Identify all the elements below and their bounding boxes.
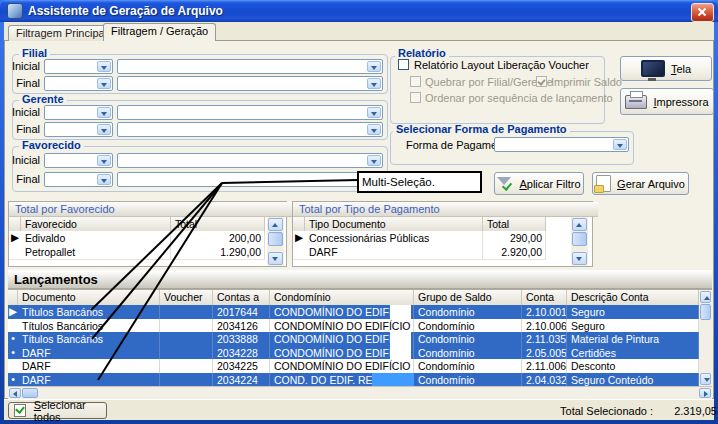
- checkbox-imprimir-saldo: [536, 76, 547, 87]
- screen-icon: [641, 60, 665, 77]
- tela-button[interactable]: Tela: [620, 56, 712, 81]
- favorecido-final-code-combobox[interactable]: [44, 172, 113, 187]
- group-relatorio-title: Relatório: [395, 48, 449, 59]
- chevron-down-icon[interactable]: [97, 124, 111, 135]
- scroll-thumb[interactable]: [268, 232, 283, 246]
- chevron-down-icon[interactable]: [367, 61, 381, 72]
- total-tipo-title: Total por Tipo de Pagamento: [293, 202, 598, 217]
- chevron-down-icon[interactable]: [367, 78, 381, 89]
- impressora-button[interactable]: Impressora: [620, 88, 714, 115]
- scroll-down-icon[interactable]: [572, 252, 587, 265]
- grid-row[interactable]: Títulos Bancários 2034126 CONDOMÍNIO DO …: [8, 319, 699, 333]
- multi-selecao-annotation: Multi-Seleção.: [357, 171, 482, 193]
- favorecido-scrollbar[interactable]: [267, 217, 284, 266]
- total-favorecido-header: Favorecido Total: [9, 217, 265, 232]
- checkbox-ordenar: [410, 92, 421, 103]
- table-row[interactable]: Petropallet 1.290,00: [9, 245, 265, 260]
- lancamentos-title: Lançamentos: [8, 270, 712, 289]
- group-forma-pagamento-title: Selecionar Forma de Pagamento: [393, 124, 570, 135]
- col-descricao-conta[interactable]: Descrição Conta: [567, 290, 699, 305]
- scroll-thumb[interactable]: [572, 232, 587, 246]
- scroll-right-icon[interactable]: [699, 388, 711, 398]
- selected-row-icon: •: [8, 346, 18, 360]
- chevron-down-icon[interactable]: [367, 155, 381, 166]
- window-title: Assistente de Geração de Arquivo: [28, 4, 223, 18]
- chevron-down-icon[interactable]: [97, 155, 111, 166]
- title-bar[interactable]: Assistente de Geração de Arquivo: [0, 0, 718, 22]
- grid-header: Documento Voucher Contas a Pagar Condomí…: [8, 290, 699, 306]
- chevron-down-icon[interactable]: [613, 139, 627, 150]
- table-row[interactable]: ▶ Edivaldo 200,00: [9, 231, 265, 246]
- forma-pagamento-combobox[interactable]: [494, 137, 629, 152]
- checkbox-relatorio-voucher[interactable]: [398, 59, 409, 70]
- checkbox-quebrar: [410, 76, 421, 87]
- col-documento[interactable]: Documento: [18, 290, 160, 305]
- filial-inicial-code-combobox[interactable]: [44, 59, 113, 74]
- gerente-inicial-name-combobox[interactable]: [117, 105, 383, 120]
- gerente-inicial-label: Inicial: [8, 105, 40, 119]
- scroll-up-icon[interactable]: [268, 218, 283, 231]
- current-row-icon: ▶: [9, 231, 21, 245]
- grid-row[interactable]: DARF 2034225 CONDOMÍNIO DO EDIFÍCIO Cond…: [8, 359, 699, 373]
- redaction-patch: [390, 332, 411, 346]
- scroll-left-icon[interactable]: [9, 388, 21, 398]
- grid-row[interactable]: • Títulos Bancários 2033888 CONDOMÍNIO D…: [8, 332, 699, 346]
- printer-icon: [625, 95, 647, 109]
- grid-row[interactable]: • DARF 2034224 COND. DO EDIF. RES Condom…: [8, 373, 699, 387]
- gerente-inicial-code-combobox[interactable]: [44, 105, 113, 120]
- chevron-down-icon[interactable]: [367, 124, 381, 135]
- current-row-icon: ▶: [8, 305, 18, 319]
- favorecido-inicial-code-combobox[interactable]: [44, 153, 113, 168]
- chevron-down-icon[interactable]: [97, 174, 111, 185]
- col-contas-a-pagar[interactable]: Contas a Pagar: [213, 290, 270, 305]
- redaction-patch: [390, 305, 411, 319]
- scroll-down-icon[interactable]: [268, 252, 283, 265]
- selecionar-todos-button[interactable]: Selecionar todos: [8, 402, 107, 419]
- chevron-down-icon[interactable]: [97, 78, 111, 89]
- favorecido-final-name-combobox[interactable]: [117, 172, 383, 187]
- gerar-arquivo-button[interactable]: Gerar Arquivo: [592, 172, 689, 195]
- chevron-down-icon[interactable]: [97, 61, 111, 72]
- document-icon: [596, 175, 611, 192]
- filial-final-code-combobox[interactable]: [44, 76, 113, 91]
- redaction-patch: [390, 346, 411, 360]
- col-total[interactable]: Total: [483, 217, 546, 231]
- aplicar-filtro-button[interactable]: Aplicar Filtro: [494, 172, 584, 195]
- grid-row[interactable]: • DARF 2034228 CONDOMÍNIO DO EDIFÍCIO Co…: [8, 346, 699, 360]
- col-favorecido[interactable]: Favorecido: [21, 217, 171, 231]
- favorecido-inicial-name-combobox[interactable]: [117, 153, 383, 168]
- scroll-thumb[interactable]: [700, 304, 711, 320]
- close-button[interactable]: [691, 3, 714, 22]
- table-row[interactable]: DARF 2.920,00: [293, 245, 546, 260]
- col-conta[interactable]: Conta: [522, 290, 567, 305]
- filial-inicial-label: Inicial: [8, 59, 40, 73]
- scroll-thumb[interactable]: [22, 388, 38, 398]
- scroll-up-icon[interactable]: [572, 218, 587, 231]
- tab-filtragem-geracao[interactable]: Filtragem / Geração: [103, 23, 216, 41]
- tab-filtragem-principal[interactable]: Filtragem Principal: [8, 25, 115, 41]
- chevron-down-icon[interactable]: [97, 107, 111, 118]
- scroll-up-icon[interactable]: [700, 291, 711, 303]
- table-row[interactable]: ▶ Concessionárias Públicas 290,00: [293, 231, 546, 246]
- gerente-final-name-combobox[interactable]: [117, 122, 383, 137]
- grid-row[interactable]: ▶ Títulos Bancários 2017644 CONDOMÍNIO D…: [8, 305, 699, 319]
- tipo-scrollbar[interactable]: [571, 217, 588, 266]
- col-voucher[interactable]: Voucher: [160, 290, 213, 305]
- col-total[interactable]: Total: [171, 217, 265, 231]
- col-tipo-documento[interactable]: Tipo Documento: [305, 217, 483, 231]
- scroll-down-icon[interactable]: [700, 373, 711, 385]
- gerente-final-code-combobox[interactable]: [44, 122, 113, 137]
- filial-final-label: Final: [8, 76, 40, 90]
- current-row-icon: ▶: [293, 231, 305, 245]
- total-tipo-header: Tipo Documento Total: [293, 217, 546, 232]
- checkbox-ordenar-label: Ordenar por sequência de lançamento: [425, 92, 613, 104]
- chevron-down-icon[interactable]: [367, 107, 381, 118]
- checkbox-imprimir-saldo-label: Imprimir Saldo: [551, 76, 622, 88]
- grid-horizontal-scrollbar[interactable]: [8, 386, 712, 399]
- filial-inicial-name-combobox[interactable]: [117, 59, 383, 74]
- col-condominio[interactable]: Condomínio: [270, 290, 414, 305]
- grid-vertical-scrollbar[interactable]: [699, 290, 712, 386]
- col-grupo-saldo[interactable]: Grupo de Saldo: [414, 290, 522, 305]
- check-all-icon: [14, 404, 26, 417]
- filial-final-name-combobox[interactable]: [117, 76, 383, 91]
